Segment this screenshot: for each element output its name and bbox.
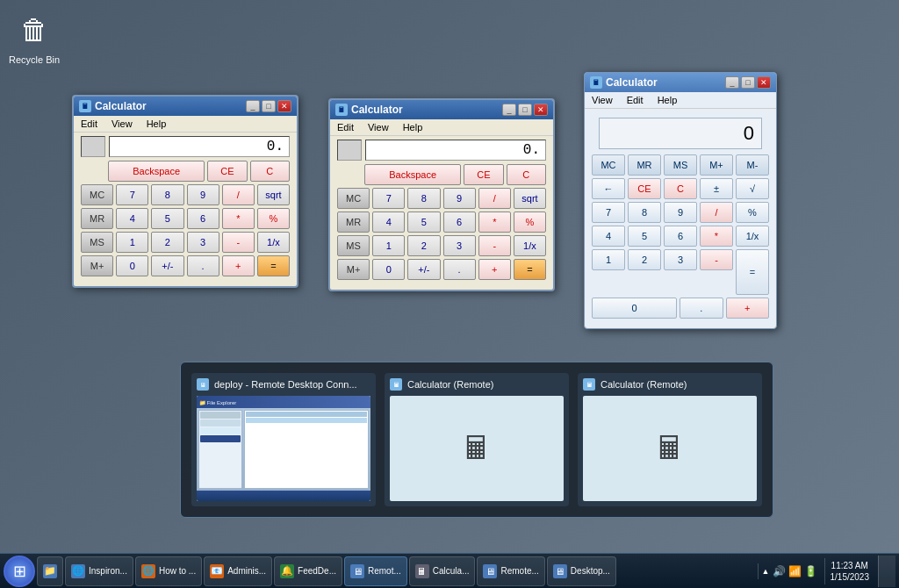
calc3-menu-view[interactable]: View <box>588 94 616 106</box>
taskbar-btn-explorer[interactable]: 📁 <box>37 556 63 586</box>
calc1-sign-btn[interactable]: +/- <box>151 255 183 276</box>
calc1-9-btn[interactable]: 9 <box>187 184 219 205</box>
calc2-5-btn[interactable]: 5 <box>407 212 440 233</box>
system-clock[interactable]: 11:23 AM 1/15/2023 <box>824 558 875 584</box>
calc2-minimize-btn[interactable]: _ <box>502 104 516 116</box>
calc3-sign-btn[interactable]: ± <box>700 178 733 199</box>
calc2-dot-btn[interactable]: . <box>443 259 476 280</box>
calc3-8-btn[interactable]: 8 <box>628 202 661 223</box>
calc2-7-btn[interactable]: 7 <box>372 188 405 209</box>
calc2-menu-help[interactable]: Help <box>399 121 427 133</box>
taskbar-btn-calc[interactable]: 🖩 Calcula... <box>409 556 476 586</box>
calc1-pct-btn[interactable]: % <box>257 208 290 229</box>
calc2-ms-btn[interactable]: MS <box>337 235 370 256</box>
calc3-title-bar[interactable]: 🖩 Calculator _ □ ✕ <box>585 73 776 92</box>
taskbar-btn-desktop[interactable]: 🖥 Desktop... <box>547 556 616 586</box>
calc2-sign-btn[interactable]: +/- <box>407 259 440 280</box>
calc1-minimize-btn[interactable]: _ <box>246 100 260 112</box>
calc3-ce-btn[interactable]: CE <box>628 178 661 199</box>
calc1-menu-edit[interactable]: Edit <box>77 118 101 130</box>
recycle-bin-icon[interactable]: 🗑 Recycle Bin <box>9 9 60 65</box>
calc2-div-btn[interactable]: / <box>478 188 511 209</box>
calc3-mc-btn[interactable]: MC <box>592 154 625 176</box>
calc2-menu-view[interactable]: View <box>364 121 392 133</box>
preview-rdp[interactable]: 🖥 deploy - Remote Desktop Conn... 📁 File… <box>191 373 376 506</box>
calc2-0-btn[interactable]: 0 <box>372 259 405 280</box>
calc3-inv-btn[interactable]: 1/x <box>736 226 769 247</box>
calc3-close-btn[interactable]: ✕ <box>757 76 771 89</box>
calc3-dot-btn[interactable]: . <box>680 298 723 319</box>
tray-battery[interactable]: 🔋 <box>804 565 817 577</box>
calc1-eq-btn[interactable]: = <box>257 255 290 276</box>
calc3-menu-edit[interactable]: Edit <box>623 94 647 106</box>
calc2-8-btn[interactable]: 8 <box>407 188 440 209</box>
calc2-close-btn[interactable]: ✕ <box>534 104 548 116</box>
calc3-1-btn[interactable]: 1 <box>592 249 625 270</box>
tray-volume[interactable]: 🔊 <box>773 565 786 577</box>
calc2-sqrt-btn[interactable]: sqrt <box>514 188 546 209</box>
calc3-mul-btn[interactable]: * <box>700 226 733 247</box>
calc1-4-btn[interactable]: 4 <box>116 208 148 229</box>
calc2-mul-btn[interactable]: * <box>478 212 511 233</box>
calc2-9-btn[interactable]: 9 <box>443 188 476 209</box>
calc2-3-btn[interactable]: 3 <box>443 235 476 256</box>
calc1-mr-btn[interactable]: MR <box>81 208 113 229</box>
calc1-div-btn[interactable]: / <box>222 184 255 205</box>
tray-network[interactable]: 📶 <box>788 565 802 577</box>
calc1-7-btn[interactable]: 7 <box>116 184 148 205</box>
calc2-c-btn[interactable]: C <box>507 164 546 185</box>
calc3-5-btn[interactable]: 5 <box>628 226 661 247</box>
calc2-eq-btn[interactable]: = <box>514 259 546 280</box>
calc2-2-btn[interactable]: 2 <box>407 235 440 256</box>
calc3-div-btn[interactable]: / <box>700 202 733 223</box>
calc3-ms-btn[interactable]: MS <box>664 154 697 176</box>
calc1-menu-view[interactable]: View <box>108 118 136 130</box>
calc3-3-btn[interactable]: 3 <box>664 249 697 270</box>
taskbar-btn-feedde[interactable]: 🔔 FeedDe... <box>274 556 342 586</box>
calc1-ms-btn[interactable]: MS <box>81 232 113 253</box>
taskbar-btn-inspiron[interactable]: 🌐 Inspiron... <box>65 556 133 586</box>
calc2-mc-btn[interactable]: MC <box>337 188 370 209</box>
calc3-6-btn[interactable]: 6 <box>664 226 697 247</box>
calc3-0-btn[interactable]: 0 <box>592 298 677 319</box>
calc1-title-bar[interactable]: 🖩 Calculator _ □ ✕ <box>74 97 297 116</box>
calc1-8-btn[interactable]: 8 <box>151 184 183 205</box>
start-button[interactable]: ⊞ <box>4 556 35 587</box>
calc3-sub-btn[interactable]: - <box>700 249 733 270</box>
calc2-inv-btn[interactable]: 1/x <box>514 235 546 256</box>
calc3-back-btn[interactable]: ← <box>592 178 625 199</box>
calc1-5-btn[interactable]: 5 <box>151 208 183 229</box>
calc1-sub-btn[interactable]: - <box>222 232 255 253</box>
calc3-minimize-btn[interactable]: _ <box>725 76 739 89</box>
calc1-3-btn[interactable]: 3 <box>187 232 219 253</box>
calc1-mc-btn[interactable]: MC <box>81 184 113 205</box>
calc3-7-btn[interactable]: 7 <box>592 202 625 223</box>
calc1-mul-btn[interactable]: * <box>222 208 255 229</box>
taskbar-btn-admin[interactable]: 📧 Adminis... <box>204 556 272 586</box>
calc3-maximize-btn[interactable]: □ <box>741 76 755 89</box>
preview-calc-remote-2[interactable]: 🖩 Calculator (Remote) 🖩 <box>578 373 762 506</box>
calc2-mplus-btn[interactable]: M+ <box>337 259 370 280</box>
calc3-mplus-btn[interactable]: M+ <box>700 154 733 176</box>
taskbar-btn-remote[interactable]: 🖥 Remot... <box>344 556 407 586</box>
calc3-mr-btn[interactable]: MR <box>628 154 661 176</box>
calc3-menu-help[interactable]: Help <box>654 94 681 106</box>
calc3-sqrt-btn[interactable]: √ <box>736 178 769 199</box>
calc1-inv-btn[interactable]: 1/x <box>257 232 290 253</box>
calc1-sqrt-btn[interactable]: sqrt <box>257 184 290 205</box>
calc1-backspace-btn[interactable]: Backspace <box>108 161 205 182</box>
calc3-9-btn[interactable]: 9 <box>664 202 697 223</box>
calc2-mr-btn[interactable]: MR <box>337 212 370 233</box>
calc3-mminus-btn[interactable]: M- <box>736 154 769 176</box>
taskbar-btn-remote2[interactable]: 🖥 Remote... <box>477 556 544 586</box>
calc1-2-btn[interactable]: 2 <box>151 232 183 253</box>
tray-arrow[interactable]: ▲ <box>762 567 770 576</box>
calc3-add-btn[interactable]: + <box>726 298 770 319</box>
calc2-maximize-btn[interactable]: □ <box>518 104 532 116</box>
calc1-mplus-btn[interactable]: M+ <box>81 255 113 276</box>
calc2-backspace-btn[interactable]: Backspace <box>364 164 461 185</box>
calc2-menu-edit[interactable]: Edit <box>334 121 357 133</box>
calc1-c-btn[interactable]: C <box>250 161 290 182</box>
calc1-maximize-btn[interactable]: □ <box>262 100 276 112</box>
calc2-title-bar[interactable]: 🖩 Calculator _ □ ✕ <box>330 100 553 119</box>
